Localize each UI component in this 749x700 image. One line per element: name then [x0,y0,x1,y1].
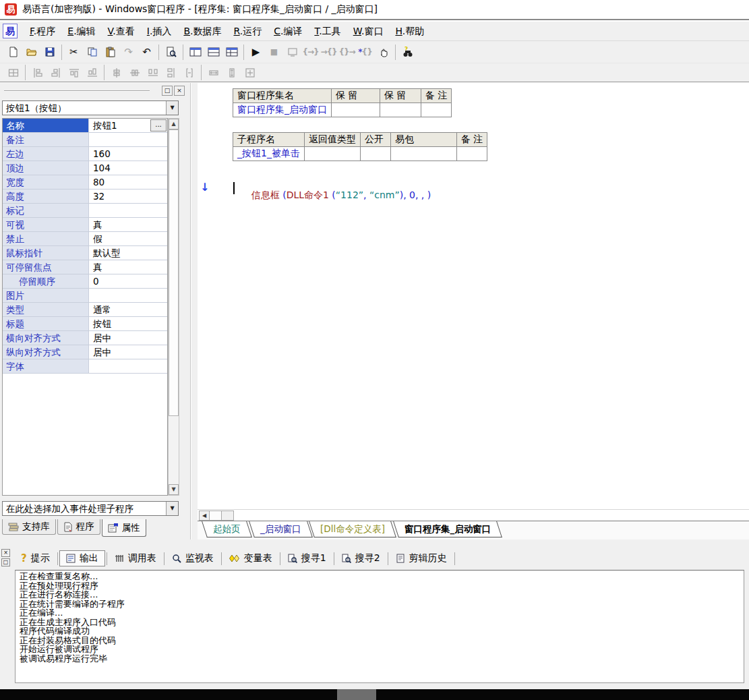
run-button[interactable]: ▶ [247,43,265,61]
view-split-left-button[interactable] [186,43,204,61]
property-value[interactable]: 真 [89,218,167,231]
property-value[interactable]: 居中 [89,345,167,359]
vertical-splitter[interactable] [191,83,198,539]
tab-support-library[interactable]: 支持库 [2,519,56,535]
property-value[interactable] [89,289,167,302]
property-row[interactable]: 禁止 假 [3,232,167,246]
property-row[interactable]: 名称 按钮1... [3,119,167,133]
space-down-button[interactable] [162,64,180,82]
property-row[interactable]: 高度 32 [3,189,167,204]
property-row[interactable]: 图片 [3,289,167,303]
property-value[interactable]: 按钮1... [89,119,167,132]
scroll-up-icon[interactable]: ▲ [169,119,179,129]
same-height-button[interactable] [222,64,241,82]
editor-horizontal-scrollbar[interactable]: ◀ [198,509,749,521]
property-value[interactable]: 通常 [89,303,167,316]
step-over-button[interactable]: →{} [320,43,338,61]
align-left-button[interactable] [28,64,47,82]
undo-button[interactable]: ↶ [138,43,156,61]
scrollbar-thumb[interactable] [210,511,222,520]
scroll-left-icon[interactable]: ◀ [200,511,210,520]
same-width-button[interactable] [204,64,222,82]
tab-variable-table[interactable]: 变量表 [223,550,278,566]
property-row[interactable]: 备注 [3,133,167,147]
menu-item[interactable]: C.编译 [268,22,308,40]
property-row[interactable]: 左边 160 [3,147,167,161]
subroutine-table-cell[interactable]: _按钮1_被单击 [233,147,305,161]
document-tab[interactable]: _启动窗口 [249,521,313,537]
property-row[interactable]: 纵向对齐方式 居中 [3,345,167,359]
cut-button[interactable]: ✂ [65,43,83,61]
menu-item[interactable]: T.工具 [308,22,347,40]
save-button[interactable] [40,43,59,61]
property-value[interactable]: 32 [89,189,167,203]
tab-output[interactable]: 输出 [59,550,105,566]
menu-item[interactable]: E.编辑 [61,22,101,40]
object-selector-combo[interactable]: 按钮1（按钮） ▼ [2,100,179,115]
view-split-top-button[interactable] [204,43,222,61]
scrollbar-thumb[interactable] [169,129,179,416]
same-size-button[interactable] [241,64,259,82]
menu-item[interactable]: F.程序 [24,22,61,40]
align-top-button[interactable] [65,64,83,82]
tab-search2[interactable]: 搜寻2 [336,550,386,566]
assembly-table-cell[interactable] [332,103,380,117]
tab-program[interactable]: 程序 [57,519,100,535]
step-into-button[interactable]: {→} [301,43,320,61]
view-split-grid-button[interactable] [222,43,241,61]
property-row[interactable]: 顶边 104 [3,161,167,175]
chevron-down-icon[interactable]: ▼ [166,502,178,515]
property-value[interactable]: 默认型 [89,246,167,260]
property-row[interactable]: 类型 通常 [3,303,167,317]
property-value[interactable] [89,133,167,146]
scrollbar-track[interactable]: ◀ [199,511,234,521]
property-row[interactable]: 停留顺序 0 [3,274,167,289]
horizontal-splitter[interactable] [0,539,749,548]
subroutine-table-cell[interactable] [304,147,360,161]
tab-search1[interactable]: 搜寻1 [282,550,332,566]
assembly-table-cell[interactable] [380,103,421,117]
new-button[interactable] [4,43,22,61]
paste-button[interactable] [101,43,119,61]
menu-item[interactable]: I.插入 [141,22,178,40]
align-bottom-button[interactable] [83,64,101,82]
property-value[interactable] [89,204,167,217]
menu-item[interactable]: R.运行 [227,22,268,40]
space-across-button[interactable] [144,64,162,82]
menu-item[interactable]: V.查看 [102,22,141,40]
subroutine-table-cell[interactable] [390,147,456,161]
copy-button[interactable] [83,43,101,61]
assembly-table-cell[interactable]: 窗口程序集_启动窗口 [233,103,332,117]
property-value[interactable]: 80 [89,175,167,189]
property-value[interactable]: 0 [89,274,167,288]
step-out-button[interactable]: {}→ [338,43,356,61]
tab-watch-table[interactable]: 监视表 [166,550,220,566]
chevron-down-icon[interactable]: ▼ [166,101,178,115]
property-value[interactable]: 假 [89,232,167,245]
tab-properties[interactable]: 属性 [102,519,146,537]
property-row[interactable]: 字体 [3,359,167,374]
open-button[interactable] [22,43,40,61]
panel-close-button[interactable]: × [1,549,10,557]
clear-breakpoints-button[interactable]: *{} [356,43,374,61]
document-tab[interactable]: [Dll命令定义表] [309,521,396,537]
property-row[interactable]: 宽度 80 [3,175,167,189]
assembly-table-cell[interactable] [421,103,452,117]
panel-maximize-button[interactable]: □ [1,558,10,566]
subroutine-table-cell[interactable] [456,147,487,161]
panel-close-button[interactable]: × [174,86,185,96]
property-value[interactable]: 按钮 [89,317,167,330]
stop-button[interactable]: ■ [265,43,283,61]
debug-screen-button[interactable] [283,43,301,61]
property-row[interactable]: 可视 真 [3,218,167,232]
child-window-icon[interactable]: 易 [3,24,18,38]
property-row[interactable]: 横向对齐方式 居中 [3,331,167,345]
tab-hints[interactable]: ?提示 [15,550,56,566]
property-row[interactable]: 可停留焦点 真 [3,260,167,274]
redo-button[interactable]: ↷ [119,43,138,61]
property-value[interactable]: 居中 [89,331,167,345]
menu-item[interactable]: B.数据库 [177,22,227,40]
document-tab[interactable]: 窗口程序集_启动窗口 [393,521,502,537]
find-button[interactable] [162,43,180,61]
property-grid-scrollbar[interactable]: ▲ ▼ [168,118,179,496]
